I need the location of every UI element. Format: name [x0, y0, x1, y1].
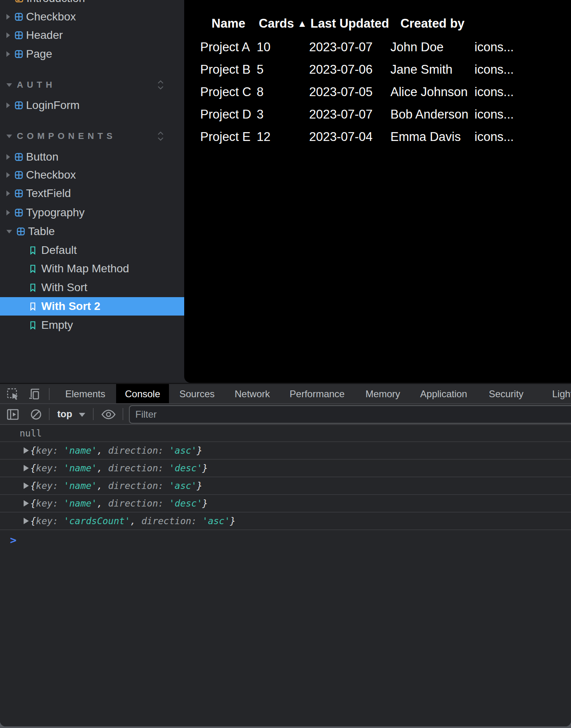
sidebar-item-label: Typography — [26, 206, 84, 219]
console-message-object[interactable]: {key: 'name', direction: 'asc'} — [0, 442, 571, 460]
sidebar-story-default[interactable]: Default — [0, 241, 184, 259]
table-row: Project A 10 2023-07-07 John Doe icons..… — [200, 36, 571, 58]
inspect-element-icon[interactable] — [6, 388, 19, 400]
sidebar-item-label: Checkbox — [26, 169, 76, 181]
console-message-object[interactable]: {key: 'name', direction: 'asc'} — [0, 477, 571, 495]
column-header-name[interactable]: Name — [200, 11, 257, 36]
cell-actions: icons... — [474, 81, 571, 103]
column-header-cards[interactable]: Cards ▲ — [257, 11, 309, 36]
component-icon — [15, 171, 23, 179]
sidebar-story-with-sort[interactable]: With Sort — [0, 278, 184, 297]
sidebar-story-label: Default — [41, 244, 77, 257]
component-icon — [15, 50, 23, 58]
sidebar-item-typography[interactable]: Typography — [0, 203, 184, 222]
cell-cards: 5 — [257, 58, 309, 81]
tab-performance[interactable]: Performance — [281, 384, 353, 404]
sidebar-story-empty[interactable]: Empty — [0, 316, 184, 334]
console-message-object[interactable]: {key: 'cardsCount', direction: 'asc'} — [0, 513, 571, 530]
console-message-object[interactable]: {key: 'name', direction: 'desc'} — [0, 495, 571, 513]
console-message-object[interactable]: {key: 'name', direction: 'desc'} — [0, 460, 571, 477]
cell-cards: 10 — [257, 36, 309, 58]
expand-collapse-all-icon[interactable] — [157, 80, 164, 90]
sidebar-story-with-map-method[interactable]: With Map Method — [0, 259, 184, 278]
chevron-right-icon — [6, 51, 10, 57]
sidebar-item-label: Header — [26, 29, 63, 42]
sidebar-item-button[interactable]: Button — [0, 148, 184, 166]
sidebar-story-label: With Sort 2 — [41, 300, 101, 313]
toolbar-separator — [93, 408, 94, 420]
bookmark-icon — [30, 284, 36, 292]
sidebar-story-label: With Sort — [41, 281, 87, 294]
expand-triangle-icon[interactable] — [24, 518, 29, 524]
tab-application[interactable]: Application — [411, 384, 476, 404]
console-sidebar-toggle-icon[interactable] — [6, 408, 19, 421]
chevron-down-icon — [6, 135, 12, 138]
tab-security[interactable]: Security — [480, 384, 533, 404]
sidebar-story-with-sort-2[interactable]: With Sort 2 — [0, 297, 184, 316]
expand-triangle-icon[interactable] — [24, 500, 29, 507]
column-header-actions — [474, 11, 571, 36]
tab-memory[interactable]: Memory — [357, 384, 409, 404]
cell-name: Project C — [200, 81, 257, 103]
sidebar-item-textfield[interactable]: TextField — [0, 184, 184, 203]
sidebar-item-header[interactable]: Header — [0, 26, 184, 44]
cell-actions: icons... — [474, 36, 571, 58]
tab-lighthouse[interactable]: Lighthouse — [552, 384, 571, 404]
table-row: Project B 5 2023-07-06 Jane Smith icons.… — [200, 58, 571, 81]
sidebar-story-label: With Map Method — [41, 262, 129, 275]
sidebar-section-components[interactable]: COMPONENTS — [0, 127, 184, 145]
execution-context-selector[interactable]: top — [57, 404, 72, 424]
component-icon — [17, 227, 25, 235]
cell-cards: 8 — [257, 81, 309, 103]
console-filter-input[interactable] — [129, 405, 571, 424]
sidebar-item-introduction[interactable]: Introduction — [0, 0, 184, 8]
sidebar-story-label: Empty — [41, 319, 73, 332]
console-prompt-chevron: > — [10, 534, 16, 546]
cell-actions: icons... — [474, 103, 571, 126]
clear-console-icon[interactable] — [30, 408, 42, 421]
console-messages: null {key: 'name', direction: 'asc'} {ke… — [0, 425, 571, 548]
bookmark-icon — [30, 321, 36, 330]
column-header-last-updated[interactable]: Last Updated — [309, 11, 390, 36]
component-icon — [15, 189, 23, 197]
tab-console[interactable]: Console — [116, 384, 169, 404]
console-prompt-row[interactable]: > — [0, 532, 571, 548]
expand-collapse-all-icon[interactable] — [157, 131, 164, 141]
console-toolbar: top — [0, 404, 571, 425]
sidebar-item-label: Button — [26, 151, 58, 163]
expand-triangle-icon[interactable] — [24, 447, 29, 454]
column-header-created-by[interactable]: Created by — [390, 11, 474, 36]
sidebar-item-label: Table — [28, 225, 55, 238]
expand-triangle-icon[interactable] — [24, 483, 29, 489]
sidebar-item-checkbox-2[interactable]: Checkbox — [0, 166, 184, 184]
cell-updated: 2023-07-07 — [309, 36, 390, 58]
table-header-row: Name Cards ▲ Last Updated Created by — [200, 11, 571, 36]
cell-name: Project A — [200, 36, 257, 58]
table-row: Project E 12 2023-07-04 Emma Davis icons… — [200, 126, 571, 148]
expand-triangle-icon[interactable] — [24, 465, 29, 471]
tab-network[interactable]: Network — [226, 384, 279, 404]
component-icon — [15, 101, 23, 109]
tab-sources[interactable]: Sources — [171, 384, 223, 404]
component-icon — [15, 13, 23, 21]
chevron-right-icon — [6, 14, 10, 20]
tab-elements[interactable]: Elements — [56, 384, 114, 404]
console-message-null[interactable]: null — [0, 425, 571, 442]
cell-created-by: Alice Johnson — [390, 81, 474, 103]
bookmark-icon — [30, 265, 36, 273]
bookmark-icon — [30, 302, 36, 311]
chevron-right-icon — [6, 210, 10, 215]
sidebar-item-loginform[interactable]: LoginForm — [0, 96, 184, 115]
sidebar-section-auth[interactable]: AUTH — [0, 76, 184, 94]
cell-updated: 2023-07-06 — [309, 58, 390, 81]
table-row: Project C 8 2023-07-05 Alice Johnson ico… — [200, 81, 571, 103]
sidebar-item-label: Checkbox — [26, 10, 76, 23]
cell-updated: 2023-07-05 — [309, 81, 390, 103]
live-expression-eye-icon[interactable] — [101, 408, 116, 421]
cell-created-by: Jane Smith — [390, 58, 474, 81]
sidebar-item-table[interactable]: Table — [0, 222, 184, 241]
sidebar-item-checkbox[interactable]: Checkbox — [0, 8, 184, 26]
sidebar-item-page[interactable]: Page — [0, 45, 184, 63]
device-toolbar-icon[interactable] — [28, 388, 42, 400]
toolbar-separator — [123, 408, 123, 420]
